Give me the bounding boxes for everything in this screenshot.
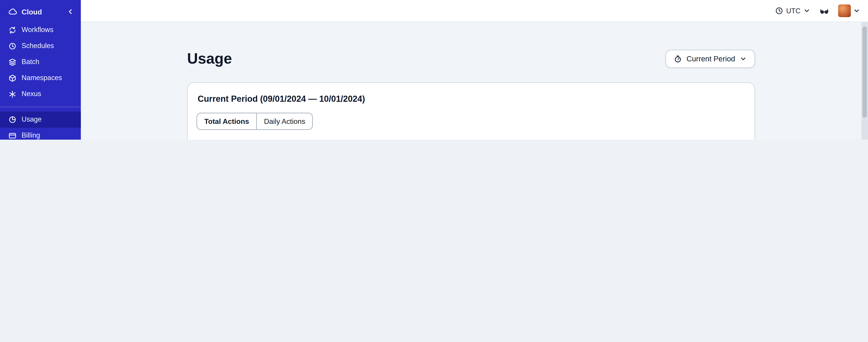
scrollbar-thumb[interactable] (863, 27, 867, 118)
sidebar-brand: Cloud (0, 0, 81, 22)
sidebar-item-label: Billing (22, 132, 40, 140)
schedules-icon (8, 42, 17, 50)
sidebar-item-label: Nexus (22, 90, 41, 98)
avatar (838, 4, 851, 17)
page-title: Usage (187, 50, 232, 67)
app-window: Cloud Workflows Schedules Batch Namespac… (0, 0, 868, 140)
card-title: Current Period (09/01/2024 — 10/01/2024) (198, 94, 746, 104)
nexus-icon (8, 90, 17, 98)
top-bar: UTC (81, 0, 868, 22)
tab-daily-actions[interactable]: Daily Actions (256, 113, 312, 129)
sidebar-item-label: Workflows (22, 26, 54, 34)
glasses-icon (819, 6, 830, 16)
workflows-icon (8, 26, 17, 34)
sidebar-collapse-button[interactable] (66, 8, 74, 15)
chevron-left-icon (66, 8, 74, 15)
period-selector-label: Current Period (687, 55, 735, 63)
tab-total-actions[interactable]: Total Actions (197, 113, 256, 129)
sidebar: Cloud Workflows Schedules Batch Namespac… (0, 0, 81, 140)
user-menu[interactable] (838, 4, 860, 17)
main-content: Usage Current Period Current Period (09/… (81, 22, 862, 140)
actions-tabs: Total Actions Daily Actions (196, 113, 313, 130)
chevron-down-icon (853, 7, 860, 14)
usage-icon (8, 115, 17, 124)
current-period-card: Current Period (09/01/2024 — 10/01/2024)… (187, 82, 755, 140)
sidebar-item-billing[interactable]: Billing (0, 128, 81, 140)
sidebar-item-batch[interactable]: Batch (0, 54, 81, 70)
sidebar-item-usage[interactable]: Usage (0, 112, 81, 128)
brand-label: Cloud (22, 7, 42, 16)
sidebar-item-label: Batch (22, 58, 39, 66)
sidebar-item-workflows[interactable]: Workflows (0, 22, 81, 38)
sidebar-divider (0, 107, 81, 107)
sidebar-item-label: Usage (22, 115, 42, 124)
namespaces-icon (8, 74, 17, 82)
sidebar-item-label: Namespaces (22, 74, 62, 82)
cloud-icon (8, 7, 17, 16)
stopwatch-icon (674, 55, 682, 63)
sidebar-item-namespaces[interactable]: Namespaces (0, 70, 81, 86)
period-selector-button[interactable]: Current Period (665, 50, 755, 68)
feedback-glasses-button[interactable] (819, 6, 830, 16)
sidebar-item-label: Schedules (22, 42, 54, 50)
chevron-down-icon (740, 55, 747, 63)
chevron-down-icon (803, 7, 810, 14)
billing-icon (8, 132, 17, 140)
timezone-selector[interactable]: UTC (775, 6, 810, 15)
sidebar-item-nexus[interactable]: Nexus (0, 86, 81, 102)
clock-icon (775, 6, 783, 15)
sidebar-item-schedules[interactable]: Schedules (0, 38, 81, 54)
timezone-label: UTC (786, 7, 801, 15)
page-scrollbar[interactable] (862, 22, 868, 140)
batch-icon (8, 58, 17, 66)
